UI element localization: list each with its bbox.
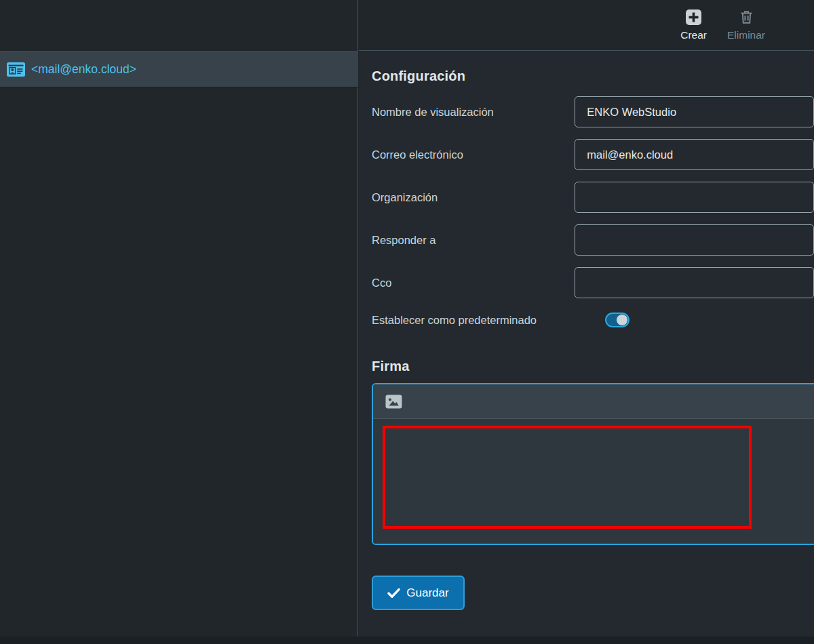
mail-identities-settings-window: <mail@enko.cloud> Crear bbox=[0, 0, 814, 644]
email-input[interactable] bbox=[575, 139, 814, 170]
selected-signature-image[interactable] bbox=[383, 426, 752, 529]
bcc-input[interactable] bbox=[575, 267, 814, 298]
display-name-row: Nombre de visualización bbox=[372, 96, 814, 127]
delete-button-label: Eliminar bbox=[727, 29, 765, 41]
create-button-label: Crear bbox=[680, 29, 707, 41]
contact-card-icon bbox=[7, 62, 25, 77]
trash-icon bbox=[738, 9, 755, 26]
delete-button[interactable]: Eliminar bbox=[727, 9, 765, 41]
email-label: Correo electrónico bbox=[372, 148, 575, 161]
toggle-knob bbox=[617, 315, 627, 325]
create-button[interactable]: Crear bbox=[680, 9, 707, 41]
insert-image-button[interactable] bbox=[383, 393, 404, 410]
identities-sidebar: <mail@enko.cloud> bbox=[0, 0, 358, 644]
default-identity-toggle[interactable] bbox=[605, 313, 629, 327]
organization-input[interactable] bbox=[575, 182, 814, 213]
reply-to-row: Responder a bbox=[372, 224, 814, 256]
organization-label: Organización bbox=[372, 191, 575, 204]
default-identity-label: Establecer como predeterminado bbox=[372, 314, 605, 327]
email-row: Correo electrónico bbox=[372, 139, 814, 170]
settings-form: Configuración Nombre de visualización Co… bbox=[359, 51, 814, 610]
save-button[interactable]: Guardar bbox=[372, 576, 465, 610]
default-identity-row: Establecer como predeterminado bbox=[372, 310, 814, 330]
save-button-label: Guardar bbox=[406, 586, 448, 600]
configuration-heading: Configuración bbox=[372, 68, 814, 84]
checkmark-icon bbox=[387, 588, 400, 599]
display-name-input[interactable] bbox=[575, 96, 814, 127]
identity-settings-panel: Crear Eliminar Configuración bbox=[359, 0, 814, 644]
bcc-label: Cco bbox=[372, 277, 575, 289]
display-name-label: Nombre de visualización bbox=[372, 106, 575, 119]
reply-to-label: Responder a bbox=[372, 234, 575, 247]
plus-square-icon bbox=[685, 9, 702, 26]
signature-editor bbox=[372, 383, 814, 545]
identity-email-label: <mail@enko.cloud> bbox=[31, 62, 136, 77]
sidebar-item-identity[interactable]: <mail@enko.cloud> bbox=[0, 51, 358, 87]
reply-to-input[interactable] bbox=[575, 224, 814, 256]
signature-heading: Firma bbox=[372, 359, 814, 374]
top-toolbar: Crear Eliminar bbox=[359, 0, 814, 51]
window-bottom-edge bbox=[0, 637, 814, 644]
bcc-row: Cco bbox=[372, 267, 814, 298]
organization-row: Organización bbox=[372, 182, 814, 213]
signature-editor-body[interactable] bbox=[373, 419, 814, 544]
image-icon bbox=[385, 395, 402, 409]
signature-editor-toolbar bbox=[373, 384, 814, 419]
